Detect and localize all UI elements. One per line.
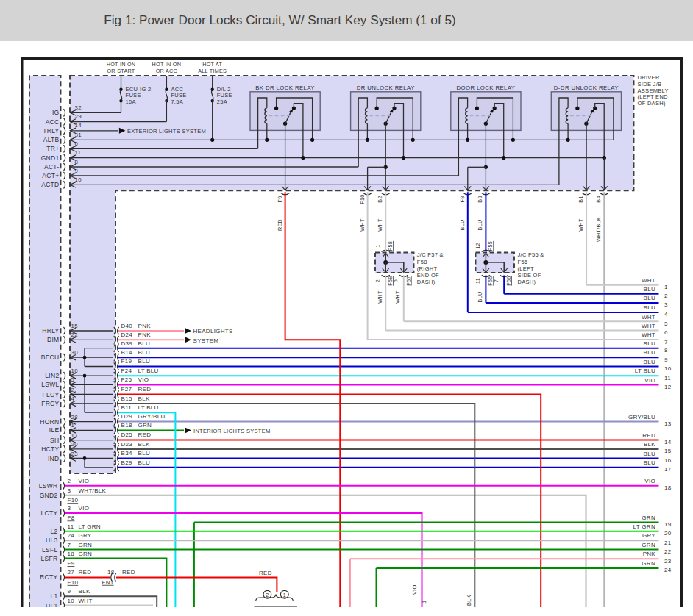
svg-text:WHT: WHT (359, 218, 366, 232)
svg-text:4: 4 (664, 311, 668, 318)
svg-text:GRY: GRY (642, 532, 655, 539)
svg-text:F19: F19 (121, 358, 132, 365)
svg-text:BLU: BLU (644, 340, 655, 347)
svg-text:9: 9 (75, 168, 79, 174)
svg-text:FN1: FN1 (102, 579, 114, 586)
svg-text:VIO: VIO (138, 376, 149, 383)
svg-text:F58: F58 (387, 241, 394, 251)
svg-text:16: 16 (664, 457, 672, 464)
svg-text:3: 3 (68, 487, 71, 494)
svg-text:17: 17 (71, 432, 78, 439)
svg-text:6: 6 (664, 329, 668, 336)
svg-text:DOOR LOCK RELAY: DOOR LOCK RELAY (456, 85, 515, 91)
svg-text:29: 29 (75, 113, 82, 120)
svg-text:2: 2 (68, 478, 71, 484)
svg-text:GRN: GRN (642, 515, 655, 521)
svg-text:BLK: BLK (138, 441, 150, 448)
svg-text:L1: L1 (50, 592, 57, 600)
svg-text:SIDE J/B: SIDE J/B (638, 81, 662, 87)
svg-text:B15: B15 (121, 395, 132, 402)
svg-text:F9: F9 (277, 196, 283, 203)
svg-text:WHT: WHT (578, 218, 584, 232)
svg-text:TRLY: TRLY (43, 127, 59, 135)
svg-text:(LEFT END: (LEFT END (638, 93, 669, 100)
svg-text:FUSE: FUSE (171, 92, 186, 99)
svg-text:B11: B11 (121, 404, 132, 411)
svg-text:ACTD: ACTD (41, 181, 59, 188)
svg-text:FLCY: FLCY (43, 391, 60, 398)
svg-text:LT BLU: LT BLU (138, 404, 159, 411)
svg-text:WHT: WHT (377, 290, 383, 304)
svg-text:D25: D25 (121, 431, 133, 438)
svg-text:31: 31 (75, 132, 82, 138)
svg-text:BLU: BLU (644, 451, 655, 457)
svg-text:DASH): DASH) (417, 279, 436, 285)
svg-text:F25: F25 (121, 376, 132, 383)
svg-text:F55: F55 (487, 241, 494, 251)
svg-text:18: 18 (68, 551, 75, 557)
svg-text:J/C F57 &: J/C F57 & (417, 251, 444, 258)
svg-text:BLU: BLU (644, 286, 655, 293)
svg-text:27: 27 (68, 569, 75, 576)
svg-text:15: 15 (664, 448, 672, 454)
svg-text:BLK: BLK (466, 595, 472, 606)
svg-text:F10: F10 (359, 194, 366, 204)
svg-text:BLU: BLU (644, 459, 655, 466)
svg-text:B1: B1 (578, 196, 584, 202)
svg-text:BLU: BLU (138, 349, 150, 356)
svg-text:BLK: BLK (79, 588, 90, 595)
svg-text:B4: B4 (595, 196, 602, 202)
svg-text:ALL TIMES: ALL TIMES (198, 68, 227, 74)
svg-text:BLU: BLU (138, 358, 150, 365)
svg-text:10A: 10A (126, 99, 136, 105)
svg-text:11: 11 (68, 523, 74, 530)
svg-text:LSFL: LSFL (42, 546, 58, 554)
svg-text:F56: F56 (505, 276, 512, 285)
svg-text:BECU: BECU (41, 354, 60, 361)
svg-text:24: 24 (68, 532, 75, 539)
svg-text:6: 6 (392, 279, 399, 282)
svg-text:SYSTEM: SYSTEM (193, 337, 219, 344)
svg-text:GRN: GRN (138, 422, 152, 429)
svg-text:ILE: ILE (49, 426, 60, 434)
svg-text:BLU: BLU (477, 292, 483, 303)
svg-text:WHT: WHT (642, 332, 655, 338)
svg-text:PNK: PNK (138, 332, 152, 338)
svg-text:7: 7 (664, 339, 668, 345)
svg-text:RED: RED (277, 219, 283, 231)
svg-text:24: 24 (664, 567, 672, 573)
svg-text:20: 20 (664, 530, 672, 537)
svg-text:B2: B2 (377, 196, 383, 202)
svg-text:21: 21 (664, 540, 672, 546)
svg-text:SH: SH (50, 437, 59, 444)
svg-text:DIM: DIM (47, 336, 59, 343)
svg-text:RED: RED (259, 570, 272, 576)
svg-text:INTERIOR LIGHTS SYSTEM: INTERIOR LIGHTS SYSTEM (193, 428, 271, 434)
svg-text:ASSEMBLY: ASSEMBLY (638, 87, 669, 94)
svg-text:FRCY: FRCY (41, 400, 59, 407)
svg-text:DR UNLOCK RELAY: DR UNLOCK RELAY (357, 85, 415, 91)
svg-text:DASH): DASH) (518, 279, 536, 285)
svg-text:GRY: GRY (79, 532, 92, 539)
svg-text:BLU: BLU (138, 340, 150, 347)
svg-text:GND2: GND2 (40, 492, 58, 499)
svg-text:VIO: VIO (79, 478, 90, 484)
svg-text:3: 3 (68, 505, 71, 512)
svg-text:LT GRN: LT GRN (633, 523, 655, 530)
svg-text:32: 32 (75, 104, 82, 111)
svg-text:F27: F27 (121, 386, 132, 393)
svg-text:HEADLIGHTS: HEADLIGHTS (193, 328, 233, 334)
svg-text:B14: B14 (121, 349, 132, 356)
svg-text:B29: B29 (121, 459, 132, 466)
svg-text:11: 11 (664, 375, 671, 382)
svg-text:11: 11 (475, 278, 481, 284)
svg-text:LT BLU: LT BLU (138, 368, 159, 374)
svg-text:F10: F10 (68, 497, 79, 504)
svg-text:9: 9 (68, 588, 71, 595)
svg-text:D-DR UNLOCK RELAY: D-DR UNLOCK RELAY (554, 85, 619, 91)
svg-text:LSWL: LSWL (41, 381, 59, 388)
svg-text:25A: 25A (217, 99, 227, 105)
svg-text:LIN2: LIN2 (45, 372, 59, 379)
svg-text:BLU: BLU (644, 295, 655, 301)
svg-text:F56: F56 (518, 259, 528, 265)
